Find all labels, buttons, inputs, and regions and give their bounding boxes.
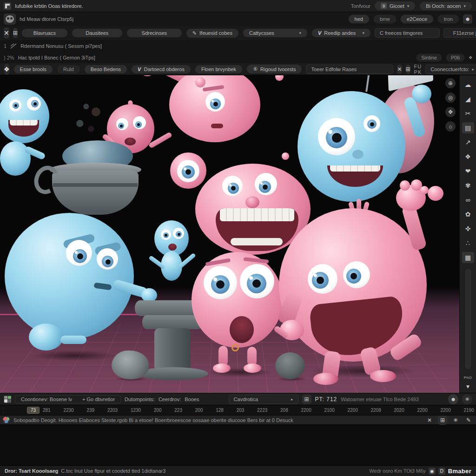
cut-icon[interactable]: ✂ — [462, 108, 474, 119]
brush-x-icon[interactable]: ✕ — [425, 416, 434, 425]
timeline-marks: :: — [3, 406, 4, 415]
p06-button[interactable]: P06 — [446, 53, 465, 62]
report-icon[interactable] — [3, 416, 10, 423]
layout-selector[interactable]: Bi Ooch: aocen ▾ — [419, 1, 472, 11]
grid-tool-button[interactable]: ⊞ — [13, 28, 18, 38]
sintine-button[interactable]: Sintine — [416, 53, 442, 62]
palette-icon[interactable]: ⊞ — [438, 416, 447, 425]
tick: 239 — [86, 408, 94, 413]
close-icon-button[interactable]: ✕ — [397, 65, 402, 74]
orientation-label[interactable]: Coontionev: Bosene lv — [21, 397, 72, 402]
rings-icon[interactable]: ∞ — [462, 194, 474, 205]
breadcrumb: hd Meaw dtorve Ctsrp5j — [20, 16, 73, 22]
pivot-label[interactable]: Ceerdrov: — [159, 397, 181, 402]
chevron-down-icon[interactable]: ▾ — [462, 383, 474, 390]
character-blue-bottomleft — [5, 213, 144, 352]
ruld-button[interactable]: Ruld — [57, 65, 80, 74]
dartoecd-dropdown[interactable]: V Dartoecd obderos — [131, 65, 191, 74]
viewport-3d[interactable]: ⊕ ◎ ✥ ⌂ ☁ ◢ ✂ ▤ ↗ ❖ ❤ ✾ ∞ ✿ ✜ ∴ ▦ PhO ▾ — [0, 75, 476, 393]
molecule-icon[interactable]: ∴ — [462, 238, 474, 249]
monkey-icon-button[interactable] — [4, 13, 16, 25]
rigoud-button[interactable]: ⑥ Rigoud tvoorsts — [246, 64, 302, 74]
monkey-icon — [6, 15, 14, 23]
scene-selector-label: Gicoet — [390, 3, 404, 9]
search-input[interactable]: Toeer Edfolw Rases — [306, 65, 393, 74]
beso-bedens-button[interactable]: Beso Bedens — [84, 65, 127, 74]
sidebar-scrollbar[interactable] — [464, 268, 472, 370]
floen-button[interactable]: Floen brvynbek — [195, 65, 243, 74]
f11ezrse-field[interactable]: F11ezrse j — [443, 28, 476, 38]
expand-icon[interactable]: ✥ — [469, 55, 472, 60]
tick: 1230 — [131, 408, 141, 413]
mode-dropdown[interactable]: Cavdrotica ▸ — [229, 395, 298, 404]
row5-prefix: ) 2% — [4, 55, 14, 60]
blavruacs-button[interactable]: Blavruacs — [21, 28, 68, 38]
keying-icon[interactable] — [4, 396, 11, 403]
particles-icon-button[interactable]: ✳ — [462, 394, 472, 404]
frame-icon: ⊞ — [302, 395, 311, 404]
pen-icon[interactable]: ✎ — [464, 416, 473, 425]
sdrecinses-button[interactable]: Sdrecinses — [126, 28, 182, 38]
tron-button[interactable]: tron — [437, 14, 459, 24]
wedge-icon[interactable]: ◢ — [462, 93, 474, 105]
grid-icon-button[interactable]: ⊞ — [406, 65, 410, 74]
camera-icon[interactable]: ☻ — [463, 14, 472, 24]
tick: 128 — [216, 408, 224, 413]
chevron-right-icon: ▸ — [472, 67, 474, 72]
face-icon-button[interactable]: ☻ — [448, 394, 458, 404]
connect-dropdown[interactable]: Coonecctuerfcto: ▸ — [425, 65, 476, 74]
playhead-frame[interactable]: 73 — [27, 407, 40, 414]
pose-icon[interactable]: ✜ — [462, 223, 474, 234]
tick: 2190 — [464, 408, 474, 413]
esse-brools-button[interactable]: Esse brools — [13, 65, 53, 74]
empty-region — [0, 424, 476, 465]
cattycsses-dropdown[interactable]: Cattycsses ▾ — [243, 28, 308, 38]
fu-pk-label: FU PK — [414, 64, 422, 75]
chevron-down-icon: ▾ — [362, 31, 364, 35]
timeline-ticks: 281 2230 239 2203 1230 200 223 200 128 2… — [43, 405, 474, 415]
tick: 2100 — [324, 408, 335, 413]
chevron-down-icon: ▾ — [407, 4, 410, 8]
swirl-icon[interactable]: ✿ — [462, 209, 474, 220]
pan-gizmo-icon[interactable]: ✥ — [445, 107, 456, 117]
freeces-field[interactable]: C freeces timgores — [375, 28, 440, 38]
dots-icon[interactable]: ✳ — [451, 416, 460, 425]
dausitees-button[interactable]: Dausitees — [72, 28, 123, 38]
nodes-icon[interactable]: ❖ — [462, 151, 474, 162]
proportional-label[interactable]: Dutompoints: — [125, 397, 155, 402]
footer-error-text: C.toc lnut Use ftpur et coodetd tted 1di… — [61, 468, 165, 474]
infobar: Sobopadtio Deogit. Htoooes Elaboces Stes… — [0, 415, 476, 424]
tick: 2200 — [441, 408, 451, 413]
ifeuesid-button[interactable]: ✎ Ifeuesid cobes — [186, 28, 239, 38]
gray-ball — [275, 352, 305, 379]
dartoecd-label: Dartoecd obderos — [144, 66, 184, 72]
character-pink-surprised — [192, 252, 287, 377]
zoom-gizmo-icon[interactable]: ⊕ — [445, 78, 456, 88]
header-row: hd Meaw dtorve Ctsrp5j hed brne e2Ceoce … — [0, 12, 476, 26]
arrow-icon[interactable]: ↗ — [462, 137, 474, 148]
panel-icon[interactable]: ▤ — [462, 122, 474, 133]
brand-d-icon: D — [438, 468, 445, 475]
brne-button[interactable]: brne — [373, 14, 397, 24]
paw-icon[interactable]: ✾ — [462, 180, 474, 191]
heart-icon[interactable]: ❤ — [462, 165, 474, 177]
timeline[interactable]: :: 73 281 2230 239 2203 1230 200 223 200… — [0, 405, 476, 415]
hed-button[interactable]: hed — [348, 14, 370, 24]
layout-selector-label: Bi Ooch: aocen — [426, 3, 461, 9]
cloud-icon[interactable]: ☁ — [462, 79, 474, 90]
cross-tool-button[interactable]: ✕ — [4, 27, 9, 39]
reedip-dropdown[interactable]: V Reedip andes ▾ — [311, 28, 371, 38]
snap-label[interactable]: + Go dbvretior — [82, 397, 115, 402]
orbit-gizmo-icon[interactable]: ◎ — [445, 93, 456, 103]
layers-icon[interactable]: ▦ — [462, 252, 474, 263]
subheader-1: 1 Rdermand Nonusu ( Sessrn pi7pes] — [0, 40, 476, 52]
camera-gizmo-icon[interactable]: ⌂ — [445, 121, 456, 132]
main-toolbar: ✕ ⊞ Blavruacs Dausitees Sdrecinses ✎ Ife… — [0, 26, 476, 40]
code-button[interactable]: e2Ceoce — [400, 14, 434, 24]
info-text: Sobopadtio Deogit. Htoooes Elaboces Stes… — [13, 417, 293, 423]
pivot-value[interactable]: Booes — [185, 397, 199, 402]
pendant — [231, 344, 239, 351]
scene-selector[interactable]: 9 Gicoet ▾ — [374, 1, 416, 11]
brush-tool-button[interactable]: ❖ — [4, 64, 10, 75]
frame-counter: PT: 712 — [315, 396, 337, 403]
